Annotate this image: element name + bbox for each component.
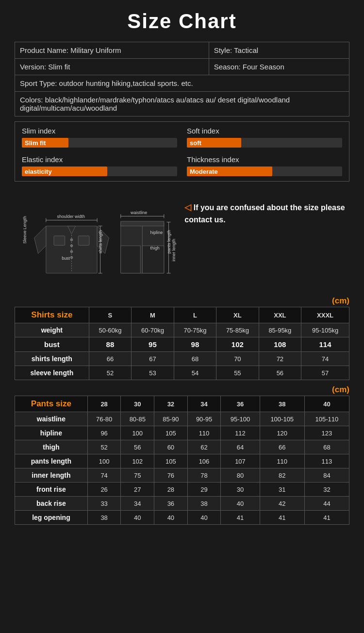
svg-text:thigh: thigh: [150, 246, 159, 250]
season: Season: Four Season: [209, 59, 349, 75]
row-label: waistline: [15, 412, 88, 426]
row-label: shirts length: [15, 352, 89, 366]
row-value: 76-80: [87, 412, 121, 426]
thickness-index-label: Thickness index: [187, 155, 342, 164]
elastic-index-bar: elasticity: [22, 167, 177, 176]
pants-size-col-34: 34: [187, 396, 221, 412]
row-value: 113: [304, 454, 349, 468]
row-value: 114: [301, 337, 349, 352]
row-value: 96: [87, 426, 121, 440]
svg-point-6: [70, 245, 73, 247]
row-value: 31: [260, 483, 304, 497]
shirts-size-col-M: M: [132, 307, 174, 323]
pants-cm-label: (cm): [15, 385, 349, 395]
row-value: 52: [87, 440, 121, 454]
row-label: leg opening: [15, 511, 88, 525]
table-row: inner length74757678808284: [15, 468, 349, 483]
svg-text:bust: bust: [62, 256, 70, 261]
elastic-index: Elastic index elasticity: [22, 155, 177, 176]
row-value: 112: [221, 426, 260, 440]
row-label: bust: [15, 337, 89, 352]
table-row: hipline96100105110112120123: [15, 426, 349, 440]
svg-text:inner length: inner length: [171, 239, 176, 262]
row-value: 67: [132, 352, 174, 366]
row-label: inner length: [15, 468, 88, 483]
row-value: 84: [304, 468, 349, 483]
slim-index-label: Slim index: [22, 127, 177, 135]
diagram-svg: shoulder width waistline Sleeve Length b…: [15, 191, 180, 288]
row-value: 68: [304, 440, 349, 454]
shirts-size-header: Shirts size: [15, 307, 89, 323]
row-value: 70: [216, 352, 259, 366]
row-value: 38: [187, 497, 221, 511]
row-value: 80: [221, 468, 260, 483]
pants-size-section: (cm) Pants size28303234363840 waistline7…: [15, 385, 349, 525]
row-value: 82: [260, 468, 304, 483]
row-value: 60-70kg: [132, 323, 174, 337]
row-value: 36: [154, 497, 188, 511]
row-label: pants length: [15, 454, 88, 468]
pants-size-col-32: 32: [154, 396, 188, 412]
table-row: thigh52566062646668: [15, 440, 349, 454]
row-value: 53: [132, 366, 174, 380]
row-value: 123: [304, 426, 349, 440]
svg-text:hipline: hipline: [150, 230, 163, 235]
shirts-size-section: (cm) Shirts sizeSMLXLXXLXXXL weight50-60…: [15, 296, 349, 380]
shirts-size-col-L: L: [174, 307, 216, 323]
table-row: weight50-60kg60-70kg70-75kg75-85kg85-95k…: [15, 323, 349, 337]
row-value: 54: [174, 366, 216, 380]
row-value: 105: [154, 454, 188, 468]
svg-point-5: [70, 239, 73, 241]
row-value: 42: [260, 497, 304, 511]
pants-size-header: Pants size: [15, 396, 88, 412]
version: Version: Slim fit: [15, 59, 209, 75]
product-info-table: Product Name: Military Uniform Style: Ta…: [15, 42, 349, 117]
row-value: 102: [216, 337, 259, 352]
pants-size-table: Pants size28303234363840 waistline76-808…: [15, 396, 349, 525]
row-value: 74: [301, 352, 349, 366]
row-value: 70-75kg: [174, 323, 216, 337]
svg-rect-9: [54, 236, 65, 245]
pants-size-col-40: 40: [304, 396, 349, 412]
sport-type: Sport Type: outdoor hunting hiking,tacti…: [15, 75, 349, 92]
row-value: 62: [187, 440, 221, 454]
row-value: 106: [187, 454, 221, 468]
row-value: 41: [221, 511, 260, 525]
shirts-size-col-S: S: [89, 307, 131, 323]
row-value: 34: [121, 497, 154, 511]
row-value: 64: [221, 440, 260, 454]
row-label: thigh: [15, 440, 88, 454]
row-value: 102: [121, 454, 154, 468]
slim-index-value: Slim fit: [22, 138, 46, 148]
svg-rect-13: [121, 246, 141, 273]
row-value: 78: [187, 468, 221, 483]
table-row: waistline76-8080-8585-9090-9595-100100-1…: [15, 412, 349, 426]
pants-size-col-30: 30: [121, 396, 154, 412]
row-value: 57: [301, 366, 349, 380]
row-value: 28: [154, 483, 188, 497]
row-value: 100-105: [260, 412, 304, 426]
row-value: 32: [304, 483, 349, 497]
row-value: 100: [121, 426, 154, 440]
row-value: 44: [304, 497, 349, 511]
row-value: 41: [304, 511, 349, 525]
shirts-size-table: Shirts sizeSMLXLXXLXXXL weight50-60kg60-…: [15, 307, 349, 380]
row-value: 29: [187, 483, 221, 497]
elastic-index-label: Elastic index: [22, 155, 177, 164]
row-value: 108: [259, 337, 301, 352]
row-value: 56: [259, 366, 301, 380]
row-value: 56: [121, 440, 154, 454]
row-value: 75-85kg: [216, 323, 259, 337]
row-value: 40: [221, 497, 260, 511]
table-row: leg opening38404040414141: [15, 511, 349, 525]
row-value: 66: [89, 352, 131, 366]
slim-index-bar: Slim fit: [22, 138, 177, 148]
thickness-index-value: Moderate: [187, 167, 218, 176]
row-value: 55: [216, 366, 259, 380]
thickness-index: Thickness index Moderate: [187, 155, 342, 176]
row-label: back rise: [15, 497, 88, 511]
row-value: 88: [89, 337, 131, 352]
row-value: 85-90: [154, 412, 188, 426]
row-value: 120: [260, 426, 304, 440]
row-value: 50-60kg: [89, 323, 131, 337]
